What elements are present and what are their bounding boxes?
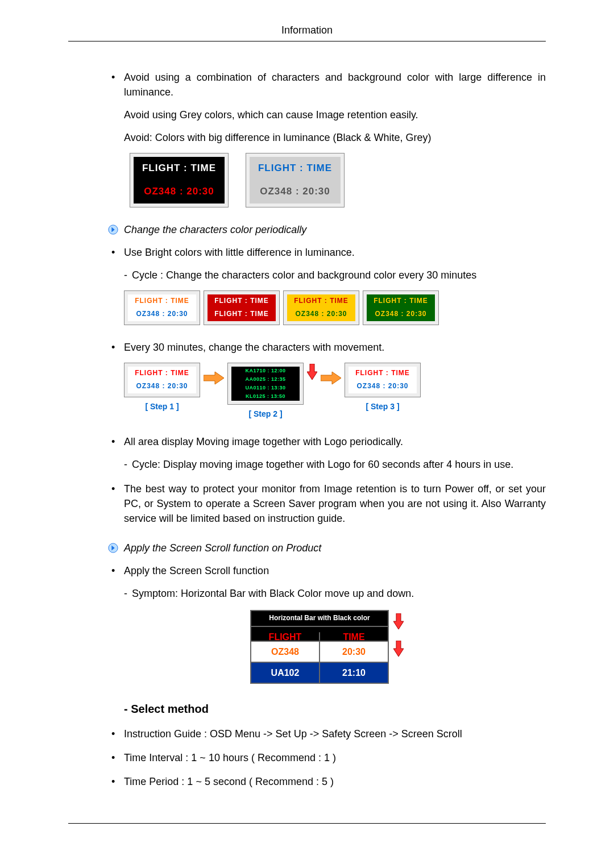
scroll-title: Horizontal Bar with Black color [251,611,388,625]
arrow-right-icon [204,371,224,385]
figure-screen-scroll: Horizontal Bar with Black color FLIGHTTI… [250,610,404,684]
example-panel-grey: FLIGHT : TIMEOZ348 : 20:30 [246,153,345,207]
text: Avoid: Colors with big difference in lum… [124,130,546,145]
figure-color-cycle: FLIGHT : TIMEOZ348 : 20:30 FLIGHT : TIME… [124,290,546,325]
sub-logo-cycle: Cycle: Display moving image together wit… [124,457,546,472]
bullet-bright-colors: Use Bright colors with little difference… [108,245,546,325]
text: Avoid using Grey colors, which can cause… [124,107,546,122]
figure-contrast-examples: FLIGHT : TIMEOZ348 : 20:30 FLIGHT : TIME… [124,153,546,207]
arrow-right-icon [321,371,341,385]
bullet-movement-30min: Every 30 minutes, change the characters … [108,340,546,420]
arrow-right-circle-icon [108,543,118,553]
step-label-2: [ Step 2 ] [227,408,304,420]
step-2: KA1710 : 12:00AA0025 : 12:35UA0110 : 13:… [227,363,304,420]
page-header: Information [68,23,546,41]
arrow-right-circle-icon [108,225,118,235]
heading-text: Apply the Screen Scroll function on Prod… [124,541,321,555]
bullet-apply-scroll: Apply the Screen Scroll function Symptom… [108,563,546,601]
arrow-down-icon [393,613,404,629]
example-panel-black: FLIGHT : TIMEOZ348 : 20:30 [130,153,229,207]
arrow-down-icon [393,641,404,657]
section-select-method: Select method [124,701,546,717]
cycle-panel-3: FLIGHT : TIMEOZ348 : 20:30 [283,290,359,325]
method-period: Time Period : 1 ~ 5 second ( Recommend :… [108,774,546,789]
footer-rule [68,823,546,824]
text: All area display Moving image together w… [124,436,403,447]
scroll-panel: Horizontal Bar with Black color FLIGHTTI… [250,610,389,684]
step-1: FLIGHT : TIMEOZ348 : 20:30 [ Step 1 ] [124,363,200,412]
text: The best way to protect your monitor fro… [124,483,546,524]
step-label-3: [ Step 3 ] [345,401,421,412]
bullet-moving-logo: All area display Moving image together w… [108,434,546,472]
heading-screen-scroll: Apply the Screen Scroll function on Prod… [108,541,546,555]
cycle-panel-2: FLIGHT : TIMEFLIGHT : TIME [204,290,280,325]
cycle-panel-4: FLIGHT : TIMEOZ348 : 20:30 [363,290,439,325]
step-label-1: [ Step 1 ] [124,401,200,412]
bullet-power-off: The best way to protect your monitor fro… [108,481,546,526]
arrow-down-icon [307,364,317,380]
heading-change-color: Change the characters color periodically [108,222,546,237]
method-osd: Instruction Guide : OSD Menu -> Set Up -… [108,726,546,741]
text: Avoid using a combination of characters … [124,72,546,98]
sub-cycle-30min: Cycle : Change the characters color and … [124,268,546,283]
bullet-avoid-luminance: Avoid using a combination of characters … [108,70,546,207]
content: Avoid using a combination of characters … [68,70,546,789]
figure-movement-steps: FLIGHT : TIMEOZ348 : 20:30 [ Step 1 ] KA… [124,363,546,420]
text: Use Bright colors with little difference… [124,247,355,258]
page: Information Avoid using a combination of… [0,0,614,863]
method-interval: Time Interval : 1 ~ 10 hours ( Recommend… [108,750,546,765]
scroll-arrows [393,610,404,657]
cycle-panel-1: FLIGHT : TIMEOZ348 : 20:30 [124,290,200,325]
text: Every 30 minutes, change the characters … [124,342,384,353]
text: Apply the Screen Scroll function [124,565,269,576]
heading-text: Change the characters color periodically [124,222,306,237]
sub-scroll-symptom: Symptom: Horizontal Bar with Black Color… [124,586,546,601]
step-3: FLIGHT : TIMEOZ348 : 20:30 [ Step 3 ] [345,363,421,412]
